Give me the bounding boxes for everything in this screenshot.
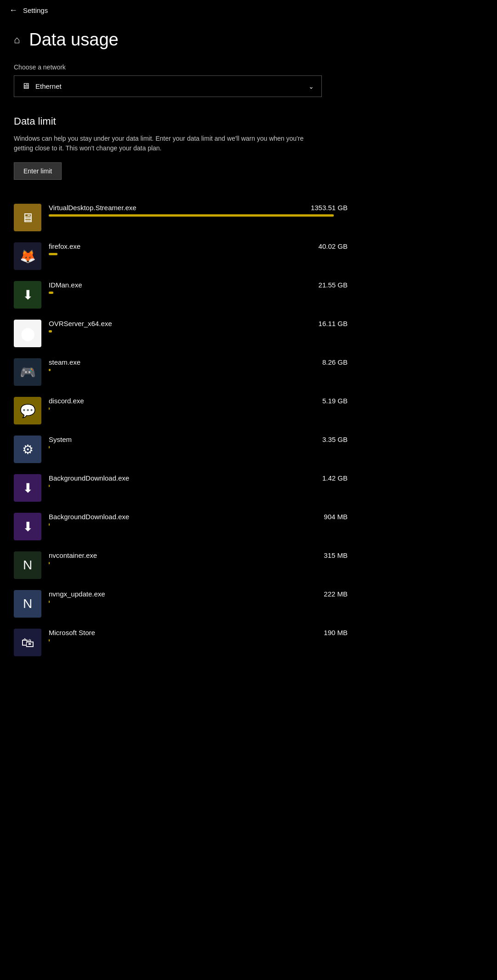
usage-bar (49, 292, 53, 294)
network-dropdown-left: 🖥 Ethernet (22, 81, 62, 91)
data-limit-title: Data limit (14, 115, 483, 127)
app-usage: 190 MB (324, 629, 348, 636)
app-row: firefox.exe40.02 GB (49, 242, 348, 250)
app-info: nvcontainer.exe315 MB (49, 551, 483, 564)
app-row: BackgroundDownload.exe904 MB (49, 513, 348, 521)
list-item: 🖥VirtualDesktop.Streamer.exe1353.51 GB (14, 198, 483, 237)
app-name: BackgroundDownload.exe (49, 513, 129, 521)
app-usage: 1353.51 GB (311, 204, 348, 212)
app-row: nvcontainer.exe315 MB (49, 551, 348, 559)
list-item: Nnvcontainer.exe315 MB (14, 546, 483, 585)
app-icon: 🛍 (14, 629, 41, 656)
ethernet-icon: 🖥 (22, 81, 30, 91)
app-name: steam.exe (49, 358, 80, 366)
app-info: VirtualDesktop.Streamer.exe1353.51 GB (49, 204, 483, 217)
app-name: BackgroundDownload.exe (49, 474, 129, 482)
usage-bar (49, 369, 51, 371)
app-name: discord.exe (49, 397, 84, 405)
chevron-down-icon: ⌄ (308, 83, 314, 90)
usage-bar (49, 639, 50, 642)
list-item: 💬discord.exe5.19 GB (14, 391, 483, 430)
app-name: Microsoft Store (49, 629, 95, 636)
list-item: 🛍Microsoft Store190 MB (14, 623, 483, 662)
data-limit-section: Data limit Windows can help you stay und… (14, 115, 483, 180)
usage-bar-container (49, 292, 334, 294)
app-name: VirtualDesktop.Streamer.exe (49, 204, 137, 212)
app-name: nvngx_update.exe (49, 590, 105, 598)
app-usage: 1.42 GB (322, 474, 348, 482)
usage-bar-container (49, 639, 334, 642)
app-icon: ⬇ (14, 513, 41, 540)
app-info: firefox.exe40.02 GB (49, 242, 483, 255)
app-usage: 315 MB (324, 551, 348, 559)
usage-bar-container (49, 253, 334, 255)
usage-bar (49, 523, 50, 526)
usage-bar-container (49, 562, 334, 564)
app-info: nvngx_update.exe222 MB (49, 590, 483, 603)
enter-limit-button[interactable]: Enter limit (14, 162, 62, 180)
app-usage: 8.26 GB (322, 358, 348, 366)
app-info: BackgroundDownload.exe1.42 GB (49, 474, 483, 487)
list-item: 🎮steam.exe8.26 GB (14, 353, 483, 391)
app-row: VirtualDesktop.Streamer.exe1353.51 GB (49, 204, 348, 212)
app-icon: ⬤ (14, 320, 41, 347)
app-info: discord.exe5.19 GB (49, 397, 483, 410)
page-header: ⌂ Data usage (0, 21, 497, 54)
app-list: 🖥VirtualDesktop.Streamer.exe1353.51 GB🦊f… (14, 198, 483, 662)
app-icon: 💬 (14, 397, 41, 424)
app-info: steam.exe8.26 GB (49, 358, 483, 371)
app-info: OVRServer_x64.exe16.11 GB (49, 320, 483, 332)
app-row: nvngx_update.exe222 MB (49, 590, 348, 598)
choose-network-label: Choose a network (14, 63, 483, 71)
usage-bar-container (49, 369, 334, 371)
header-settings-label: Settings (23, 6, 48, 14)
usage-bar (49, 601, 50, 603)
app-name: OVRServer_x64.exe (49, 320, 112, 327)
home-icon[interactable]: ⌂ (14, 34, 20, 46)
app-icon: ⚙ (14, 436, 41, 463)
app-icon: ⬇ (14, 281, 41, 309)
app-row: System3.35 GB (49, 436, 348, 443)
app-row: steam.exe8.26 GB (49, 358, 348, 366)
header-bar: ← Settings (0, 0, 497, 21)
app-name: IDMan.exe (49, 281, 82, 289)
usage-bar (49, 330, 52, 332)
app-info: IDMan.exe21.55 GB (49, 281, 483, 294)
app-icon: N (14, 551, 41, 579)
app-icon: 🖥 (14, 204, 41, 231)
app-row: Microsoft Store190 MB (49, 629, 348, 636)
list-item: ⚙System3.35 GB (14, 430, 483, 469)
app-usage: 5.19 GB (322, 397, 348, 405)
usage-bar (49, 214, 334, 217)
back-button[interactable]: ← (9, 6, 17, 15)
list-item: ⬇BackgroundDownload.exe904 MB (14, 507, 483, 546)
app-icon: 🎮 (14, 358, 41, 386)
usage-bar (49, 253, 57, 255)
app-info: BackgroundDownload.exe904 MB (49, 513, 483, 526)
list-item: Nnvngx_update.exe222 MB (14, 585, 483, 623)
app-name: nvcontainer.exe (49, 551, 97, 559)
app-usage: 21.55 GB (319, 281, 348, 289)
app-usage: 222 MB (324, 590, 348, 598)
app-row: IDMan.exe21.55 GB (49, 281, 348, 289)
app-usage: 904 MB (324, 513, 348, 521)
app-info: Microsoft Store190 MB (49, 629, 483, 642)
usage-bar-container (49, 446, 334, 448)
usage-bar-container (49, 601, 334, 603)
app-row: BackgroundDownload.exe1.42 GB (49, 474, 348, 482)
usage-bar-container (49, 523, 334, 526)
app-icon: N (14, 590, 41, 618)
usage-bar-container (49, 330, 334, 332)
network-dropdown[interactable]: 🖥 Ethernet ⌄ (14, 75, 322, 97)
content-area: Choose a network 🖥 Ethernet ⌄ Data limit… (0, 54, 497, 671)
usage-bar (49, 446, 50, 448)
app-row: discord.exe5.19 GB (49, 397, 348, 405)
usage-bar-container (49, 485, 334, 487)
app-name: firefox.exe (49, 242, 80, 250)
usage-bar-container (49, 214, 334, 217)
app-icon: ⬇ (14, 474, 41, 502)
usage-bar (49, 407, 50, 410)
app-icon: 🦊 (14, 242, 41, 270)
list-item: 🦊firefox.exe40.02 GB (14, 237, 483, 275)
usage-bar (49, 485, 50, 487)
